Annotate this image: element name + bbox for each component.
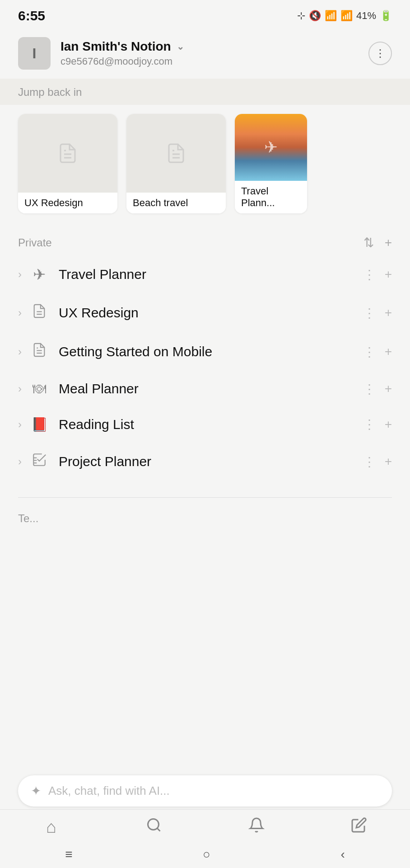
nav-item-add-icon[interactable]: +: [385, 306, 392, 320]
chevron-right-icon: ›: [18, 382, 22, 395]
doc-nav-icon-2: [30, 342, 49, 361]
status-bar: 6:55 ⊹ 🔇 📶 📶 41% 🔋: [0, 0, 410, 28]
add-section-icon[interactable]: +: [385, 236, 392, 250]
nav-item-more-icon[interactable]: ⋮: [363, 417, 376, 432]
ai-spark-icon: ✦: [31, 783, 41, 798]
account-info: Ian Smith's Notion ⌄ c9e5676d@moodjoy.co…: [61, 39, 184, 67]
signal-icon: 📶: [340, 10, 353, 22]
nav-title-project-planner: Project Planner: [59, 454, 363, 469]
chevron-right-icon: ›: [18, 345, 22, 358]
account-name-text: Ian Smith's Notion: [61, 39, 171, 54]
jump-back-in-label: Jump back in: [18, 86, 82, 98]
nav-item-more-icon[interactable]: ⋮: [363, 306, 376, 321]
nav-search-button[interactable]: [102, 817, 205, 837]
mute-icon: 🔇: [309, 10, 321, 22]
nav-item-add-icon[interactable]: +: [385, 344, 392, 359]
checklist-nav-icon: [30, 452, 49, 471]
card-travel-planner-thumbnail: ✈: [235, 114, 307, 181]
nav-item-add-icon[interactable]: +: [385, 267, 392, 282]
nav-item-more-icon[interactable]: ⋮: [363, 454, 376, 469]
account-header: I Ian Smith's Notion ⌄ c9e5676d@moodjoy.…: [0, 28, 410, 79]
nav-item-more-icon[interactable]: ⋮: [363, 382, 376, 396]
nav-title-reading-list: Reading List: [59, 417, 363, 432]
ai-bar: ✦ Ask, chat, find with AI...: [0, 768, 410, 814]
avatar[interactable]: I: [18, 37, 51, 70]
search-icon: [146, 817, 162, 837]
nav-item-add-icon[interactable]: +: [385, 382, 392, 396]
ai-placeholder: Ask, chat, find with AI...: [48, 784, 170, 798]
battery-icon: 🔋: [380, 10, 392, 22]
bottom-nav: ⌂: [0, 809, 410, 841]
card-beach-travel[interactable]: Beach travel: [126, 114, 226, 213]
nav-edit-button[interactable]: [308, 817, 410, 837]
avatar-initial: I: [33, 45, 37, 62]
ai-input-bar[interactable]: ✦ Ask, chat, find with AI...: [18, 775, 392, 807]
nav-item-meal-planner[interactable]: › 🍽 Meal Planner ⋮ +: [0, 371, 410, 406]
card-travel-planner[interactable]: ✈ Travel Plann...: [235, 114, 307, 213]
card-ux-redesign-label: UX Redesign: [18, 193, 117, 213]
account-left: I Ian Smith's Notion ⌄ c9e5676d@moodjoy.…: [18, 37, 184, 70]
private-section-header: Private ⇅ +: [0, 222, 410, 255]
status-icons: ⊹ 🔇 📶 📶 41% 🔋: [297, 10, 392, 22]
nav-item-more-icon[interactable]: ⋮: [363, 344, 376, 359]
bell-icon: [248, 817, 265, 837]
nav-item-actions: ⋮ +: [363, 344, 392, 359]
nav-item-add-icon[interactable]: +: [385, 417, 392, 432]
plane-icon: ✈: [264, 138, 278, 157]
nav-item-actions: ⋮ +: [363, 417, 392, 432]
android-home-button[interactable]: ○: [203, 847, 210, 862]
nav-item-getting-started[interactable]: › Getting Started on Mobile ⋮ +: [0, 332, 410, 371]
android-nav-bar: ≡ ○ ‹: [0, 841, 410, 868]
chevron-right-icon: ›: [18, 418, 22, 431]
plane-nav-icon: ✈: [30, 265, 49, 283]
svg-line-15: [157, 828, 160, 831]
nav-item-add-icon[interactable]: +: [385, 454, 392, 469]
nav-title-ux-redesign: UX Redesign: [59, 305, 363, 321]
android-menu-button[interactable]: ≡: [65, 847, 72, 862]
nav-item-project-planner[interactable]: › Project Planner ⋮ +: [0, 442, 410, 481]
card-beach-travel-label: Beach travel: [126, 193, 226, 213]
nav-item-actions: ⋮ +: [363, 306, 392, 321]
nav-home-button[interactable]: ⌂: [0, 817, 102, 837]
chevron-right-icon: ›: [18, 307, 22, 319]
svg-point-14: [148, 819, 158, 830]
android-back-button[interactable]: ‹: [340, 847, 345, 862]
nav-item-actions: ⋮ +: [363, 454, 392, 469]
nav-item-travel-planner[interactable]: › ✈ Travel Planner ⋮ +: [0, 255, 410, 293]
team-section-partial: Te...: [0, 505, 410, 532]
card-ux-redesign-thumbnail: [18, 114, 117, 193]
nav-list: › ✈ Travel Planner ⋮ + › UX Redesign ⋮ +…: [0, 255, 410, 490]
battery-level: 41%: [356, 10, 376, 22]
nav-item-actions: ⋮ +: [363, 382, 392, 396]
edit-icon: [351, 817, 367, 837]
nav-title-getting-started: Getting Started on Mobile: [59, 344, 363, 359]
nav-item-ux-redesign[interactable]: › UX Redesign ⋮ +: [0, 293, 410, 332]
jump-back-in-section: Jump back in: [0, 79, 410, 105]
account-chevron-icon: ⌄: [177, 41, 184, 52]
chevron-right-icon: ›: [18, 268, 22, 281]
chevron-right-icon: ›: [18, 455, 22, 468]
section-divider: [18, 497, 392, 498]
account-email: c9e5676d@moodjoy.com: [61, 56, 184, 67]
account-name[interactable]: Ian Smith's Notion ⌄: [61, 39, 184, 54]
nav-item-reading-list[interactable]: › 📕 Reading List ⋮ +: [0, 406, 410, 442]
card-ux-redesign[interactable]: UX Redesign: [18, 114, 117, 213]
home-icon: ⌂: [46, 817, 56, 837]
team-label: Te...: [18, 512, 38, 524]
sort-icon[interactable]: ⇅: [363, 235, 374, 250]
bluetooth-icon: ⊹: [297, 10, 305, 22]
nav-title-travel-planner: Travel Planner: [59, 267, 363, 282]
private-actions: ⇅ +: [363, 235, 392, 250]
card-travel-planner-label: Travel Plann...: [235, 181, 307, 213]
card-beach-travel-thumbnail: [126, 114, 226, 193]
more-options-button[interactable]: ⋮: [368, 42, 392, 65]
reading-nav-icon: 📕: [30, 416, 49, 432]
wifi-icon: 📶: [325, 10, 337, 22]
nav-item-actions: ⋮ +: [363, 267, 392, 282]
private-label: Private: [18, 236, 52, 249]
status-time: 6:55: [18, 8, 45, 24]
meal-nav-icon: 🍽: [30, 381, 49, 396]
nav-notifications-button[interactable]: [205, 817, 308, 837]
nav-item-more-icon[interactable]: ⋮: [363, 267, 376, 282]
nav-title-meal-planner: Meal Planner: [59, 381, 363, 396]
